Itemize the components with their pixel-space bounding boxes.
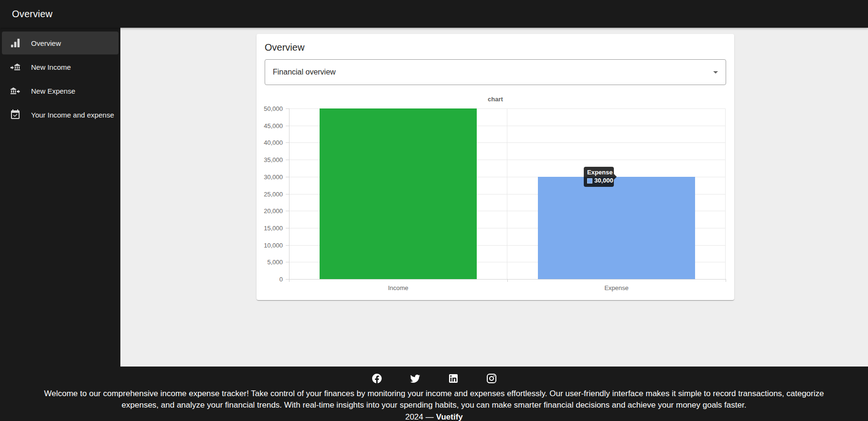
menu-down-icon xyxy=(713,71,718,74)
y-axis-label: 5,000 xyxy=(267,259,283,266)
calendar-check-icon xyxy=(10,109,21,120)
footer-copyright: 2024 —Vuetify xyxy=(0,412,868,421)
y-axis-tick xyxy=(286,228,289,228)
sidebar-item-new-income[interactable]: New Income xyxy=(2,55,118,78)
gridline-vertical xyxy=(725,108,726,279)
y-axis-label: 20,000 xyxy=(264,207,283,215)
y-axis-tick xyxy=(286,160,289,160)
y-axis-label: 40,000 xyxy=(264,139,283,146)
overview-card: Overview Financial overview chart Expens… xyxy=(257,34,734,300)
sidebar-item-overview[interactable]: Overview xyxy=(2,32,118,54)
chart: chart Expense 30,000 05,00010,00015,0002… xyxy=(265,96,726,279)
bar-income[interactable] xyxy=(320,108,477,279)
linkedin-icon xyxy=(448,373,459,384)
bank-transfer-in-icon xyxy=(10,61,21,73)
tooltip-title: Expense xyxy=(587,169,611,176)
y-axis-tick xyxy=(286,142,289,143)
gridline-vertical xyxy=(507,108,507,279)
y-axis-label: 15,000 xyxy=(264,224,283,231)
sidebar-item-label: Your Income and expense xyxy=(31,111,114,119)
bank-transfer-out-icon xyxy=(10,85,21,97)
y-axis-label: 35,000 xyxy=(264,156,283,163)
chart-plot[interactable]: Expense 30,000 05,00010,00015,00020,0002… xyxy=(289,108,726,279)
footer: Welcome to our comprehensive income expe… xyxy=(0,367,868,421)
y-axis-tick xyxy=(286,262,289,262)
facebook-button[interactable] xyxy=(371,373,383,384)
x-axis-tick xyxy=(726,279,726,282)
twitter-button[interactable] xyxy=(409,373,421,384)
sidebar-item-label: New Income xyxy=(31,63,71,71)
y-axis-tick xyxy=(286,177,289,177)
y-axis-line xyxy=(289,108,289,279)
twitter-icon xyxy=(409,373,421,384)
y-axis-label: 25,000 xyxy=(264,190,283,197)
x-axis-tick xyxy=(289,279,289,282)
y-axis-label: 45,000 xyxy=(264,122,283,129)
facebook-icon xyxy=(371,373,383,384)
tooltip-caret xyxy=(614,174,617,180)
y-axis-tick xyxy=(286,279,289,280)
instagram-icon xyxy=(486,373,497,384)
sidebar-item-new-expense[interactable]: New Expense xyxy=(2,79,118,102)
bar-chart-icon xyxy=(10,37,21,49)
tooltip-value: 30,000 xyxy=(594,177,613,184)
copyright-year: 2024 — xyxy=(405,412,434,421)
linkedin-button[interactable] xyxy=(448,373,459,384)
chart-title: chart xyxy=(265,96,726,103)
page-title: Overview xyxy=(12,9,53,20)
chart-tooltip: Expense 30,000 xyxy=(584,167,614,187)
y-axis-tick xyxy=(286,126,289,126)
instagram-button[interactable] xyxy=(486,373,497,384)
social-links xyxy=(0,373,868,384)
y-axis-tick xyxy=(286,245,289,246)
footer-tagline: Welcome to our comprehensive income expe… xyxy=(28,388,840,411)
brand-name: Vuetify xyxy=(436,412,463,421)
y-axis-label: 0 xyxy=(279,276,283,283)
main-content: Overview Financial overview chart Expens… xyxy=(120,28,868,367)
sidebar-item-label: New Expense xyxy=(31,87,75,95)
sidebar-item-label: Overview xyxy=(31,39,61,47)
sidebar: Overview New Income New Expense Your Inc… xyxy=(0,28,120,367)
tooltip-color-swatch xyxy=(587,178,592,184)
app-bar: Overview xyxy=(0,0,868,28)
bar-expense[interactable] xyxy=(538,177,695,279)
y-axis-tick xyxy=(286,211,289,211)
y-axis-label: 50,000 xyxy=(264,105,283,112)
y-axis-label: 10,000 xyxy=(264,241,283,248)
x-axis-tick xyxy=(507,279,508,282)
card-title: Overview xyxy=(265,42,726,53)
y-axis-tick xyxy=(286,108,289,109)
x-axis-label: Expense xyxy=(604,284,629,291)
y-axis-label: 30,000 xyxy=(264,173,283,180)
layout: Overview New Income New Expense Your Inc… xyxy=(0,28,868,367)
y-axis-tick xyxy=(286,194,289,194)
financial-overview-select[interactable]: Financial overview xyxy=(265,59,726,85)
x-axis-label: Income xyxy=(388,284,408,291)
sidebar-item-your-income-and-expense[interactable]: Your Income and expense xyxy=(2,103,118,126)
select-value: Financial overview xyxy=(273,68,336,76)
